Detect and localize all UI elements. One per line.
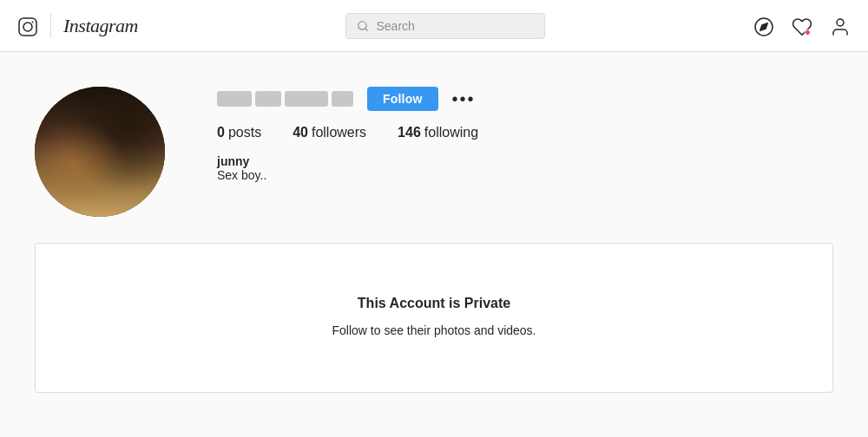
profile-section: Follow ••• 0 posts 40 followers 146 foll…	[17, 52, 851, 243]
profile-info: Follow ••• 0 posts 40 followers 146 foll…	[217, 87, 833, 182]
stats-row: 0 posts 40 followers 146 following	[217, 125, 833, 140]
more-options-button[interactable]: •••	[452, 90, 476, 108]
notifications-icon[interactable]	[792, 14, 812, 36]
followers-count: 40	[293, 125, 308, 140]
blur-block-2	[255, 91, 281, 107]
svg-point-2	[32, 21, 34, 23]
avatar-container	[35, 87, 165, 217]
profile-bio: Sex boy..	[217, 168, 833, 182]
header: Instagram Search	[0, 0, 868, 52]
private-account-section: This Account is Private Follow to see th…	[35, 243, 833, 393]
blur-block-3	[285, 91, 328, 107]
compass-icon[interactable]	[753, 14, 774, 36]
instagram-logo-icon	[17, 14, 38, 36]
private-account-subtitle: Follow to see their photos and videos.	[53, 322, 815, 340]
svg-point-1	[23, 23, 32, 31]
logo-divider	[50, 14, 51, 38]
private-account-title: This Account is Private	[53, 296, 815, 311]
header-center: Search	[138, 13, 753, 39]
header-right	[753, 14, 851, 36]
search-bar[interactable]: Search	[345, 13, 545, 39]
posts-label: posts	[228, 125, 261, 140]
profile-name: junny	[217, 154, 833, 168]
posts-stat: 0 posts	[217, 125, 261, 140]
username-blurred	[217, 91, 353, 107]
followers-stat[interactable]: 40 followers	[293, 125, 366, 140]
svg-marker-6	[760, 23, 767, 29]
posts-count: 0	[217, 125, 225, 140]
blur-block-4	[332, 91, 353, 107]
search-icon	[357, 19, 369, 33]
follow-button[interactable]: Follow	[367, 87, 438, 111]
following-count: 146	[398, 125, 421, 140]
logo-text: Instagram	[63, 15, 138, 37]
profile-icon[interactable]	[830, 14, 851, 36]
svg-rect-0	[19, 18, 36, 36]
svg-point-7	[837, 19, 844, 26]
svg-line-4	[365, 29, 368, 31]
blur-block-1	[217, 91, 252, 107]
profile-top-row: Follow •••	[217, 87, 833, 111]
profile-details: junny Sex boy..	[217, 154, 833, 182]
search-placeholder: Search	[376, 19, 414, 33]
followers-label: followers	[312, 125, 366, 140]
following-label: following	[424, 125, 478, 140]
following-stat[interactable]: 146 following	[398, 125, 478, 140]
header-left: Instagram	[17, 14, 138, 38]
avatar-image	[35, 87, 165, 217]
avatar	[35, 87, 165, 217]
notification-dot	[805, 29, 811, 36]
